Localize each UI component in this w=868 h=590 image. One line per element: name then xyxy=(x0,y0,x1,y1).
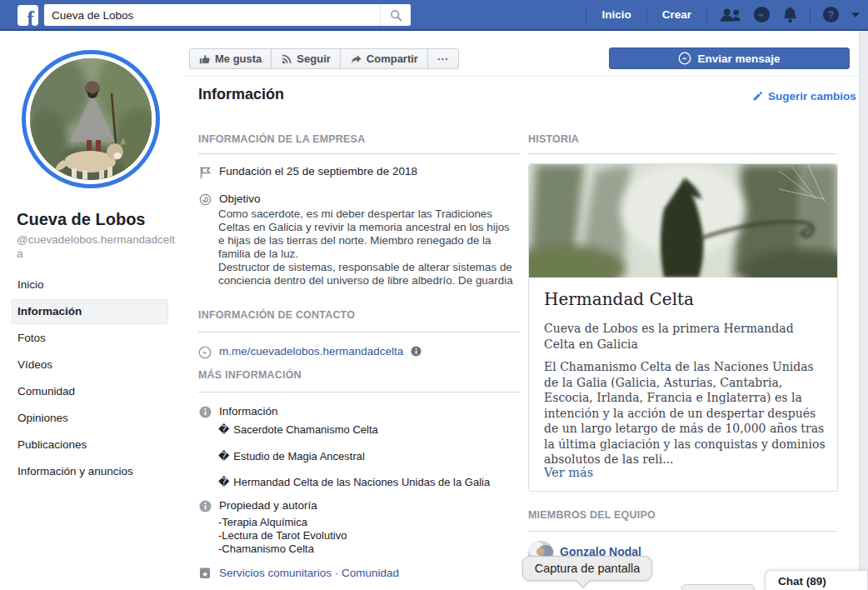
thumbs-up-icon xyxy=(199,53,211,65)
story-body: El Chamanismo Celta de las Naciones Unid… xyxy=(544,359,827,468)
profile-photo-image xyxy=(27,56,154,182)
about-item: �Sacerdote Chamanismo Celta xyxy=(218,423,378,436)
ellipsis-icon: ... xyxy=(437,50,449,62)
like-button[interactable]: Me gusta xyxy=(189,48,272,69)
partial-bottom-button[interactable] xyxy=(681,584,755,590)
svg-text:?: ? xyxy=(828,9,835,21)
founded-text: Fundación el 25 de septiembre de 2018 xyxy=(219,165,417,178)
search-button[interactable] xyxy=(380,4,411,26)
topnav-divider xyxy=(810,6,811,24)
page-handle: @cuevadelobos.hermandadcelta xyxy=(17,232,177,261)
sidebar-item-informacion-anuncios[interactable]: Información y anuncios xyxy=(0,458,183,485)
replacement-diamond-glyph: � xyxy=(218,476,229,488)
sidebar-item-publicaciones[interactable]: Publicaciones xyxy=(0,432,183,458)
story-cover-image[interactable] xyxy=(529,164,837,278)
messenger-outline-icon xyxy=(678,52,691,65)
info-icon[interactable] xyxy=(411,346,422,357)
section-page-title: Información xyxy=(198,86,284,103)
top-navigation-bar: f Inicio Crear xyxy=(0,0,868,31)
send-message-button[interactable]: Enviar mensaje xyxy=(609,48,850,69)
sidebar-item-inicio[interactable]: Inicio xyxy=(0,272,183,298)
flag-icon xyxy=(198,165,212,179)
history-story-card: Hermandad Celta Cueva de Lobos es la pri… xyxy=(528,163,838,492)
more-actions-button[interactable]: ... xyxy=(427,48,459,69)
help-icon[interactable]: ? xyxy=(822,6,840,23)
svg-text:★: ★ xyxy=(202,570,208,578)
section-divider xyxy=(198,392,521,392)
notifications-bell-icon[interactable] xyxy=(782,6,798,23)
topnav-create-link[interactable]: Crear xyxy=(659,8,695,21)
sidebar-item-informacion[interactable]: Información xyxy=(0,298,183,325)
mission-target-icon xyxy=(198,192,212,206)
company-info-section-header: INFORMACIÓN DE LA EMPRESA xyxy=(198,133,365,145)
info-circle-icon xyxy=(198,405,212,418)
about-row: Información xyxy=(198,405,278,418)
topnav-divider xyxy=(706,6,707,24)
chat-label: Chat (89) xyxy=(778,575,826,588)
about-item: �Estudio de Magia Ancestral xyxy=(218,450,365,462)
search-input[interactable] xyxy=(44,4,380,26)
page-sidebar-nav: Inicio Información Fotos Vídeos Comunida… xyxy=(0,272,183,485)
about-label: Información xyxy=(219,405,278,418)
see-more-link[interactable]: Ver más xyxy=(544,466,593,479)
tooltip-text: Captura de pantalla xyxy=(535,562,641,575)
page-scroll-gutter[interactable] xyxy=(859,31,868,590)
mission-row: Objetivo xyxy=(198,192,261,206)
account-menu-caret-icon[interactable] xyxy=(851,12,860,18)
section-divider xyxy=(198,332,521,332)
topnav-divider xyxy=(586,6,586,24)
pencil-icon xyxy=(752,91,763,102)
suggest-edits-link[interactable]: Sugerir cambios xyxy=(752,90,856,102)
share-button[interactable]: Compartir xyxy=(340,48,428,69)
chat-bar[interactable]: Chat (89) xyxy=(765,570,868,590)
messenger-contact-row: m.me/cuevadelobos.hermandadcelta xyxy=(198,345,422,359)
section-divider xyxy=(198,153,521,154)
mission-label: Objetivo xyxy=(219,192,261,205)
info-circle-icon xyxy=(198,499,212,512)
team-section-header: MIEMBROS DEL EQUIPO xyxy=(528,509,656,521)
topnav-home-link[interactable]: Inicio xyxy=(598,8,634,21)
replacement-diamond-glyph: � xyxy=(218,450,229,462)
facebook-logo[interactable]: f xyxy=(17,5,38,26)
replacement-diamond-glyph: � xyxy=(218,423,229,436)
founded-row: Fundación el 25 de septiembre de 2018 xyxy=(198,165,417,179)
ownership-row: Propiedad y autoría xyxy=(198,499,317,512)
story-intro: Cueva de Lobos es la primera Hermandad C… xyxy=(544,321,827,352)
sidebar-item-opiniones[interactable]: Opiniones xyxy=(0,405,183,432)
about-item: �Hermandad Celta de las Naciones Unidas … xyxy=(218,476,490,488)
follow-rss-icon xyxy=(281,53,292,65)
ownership-lines: -Terapia Alquímica -Lectura de Tarot Evo… xyxy=(218,516,347,556)
facebook-logo-letter: f xyxy=(27,7,34,26)
sidebar-item-videos[interactable]: Vídeos xyxy=(0,352,183,378)
story-title: Hermandad Celta xyxy=(544,289,694,309)
section-divider xyxy=(528,531,837,532)
categories-link[interactable]: Servicios comunitarios · Comunidad xyxy=(219,567,399,579)
page-actions-bar: Me gusta Seguir Compartir ... Enviar men… xyxy=(183,31,859,77)
more-info-section-header: MÁS INFORMACIÓN xyxy=(198,369,302,381)
topnav-divider xyxy=(646,6,647,24)
ownership-label: Propiedad y autoría xyxy=(219,499,317,512)
friend-requests-icon[interactable] xyxy=(719,8,741,22)
screenshot-tooltip: Captura de pantalla xyxy=(522,556,652,581)
messenger-icon[interactable] xyxy=(753,6,771,23)
search-box xyxy=(44,4,411,26)
messenger-outline-gray-icon xyxy=(198,345,212,359)
categories-row: ★ Servicios comunitarios · Comunidad xyxy=(198,567,399,580)
page-profile-photo[interactable] xyxy=(22,50,160,188)
section-divider xyxy=(528,153,837,154)
follow-button[interactable]: Seguir xyxy=(271,48,340,69)
sidebar-item-fotos[interactable]: Fotos xyxy=(0,325,183,352)
messenger-link[interactable]: m.me/cuevadelobos.hermandadcelta xyxy=(219,345,403,358)
history-section-header: HISTORIA xyxy=(528,133,579,145)
sidebar-item-comunidad[interactable]: Comunidad xyxy=(0,378,183,405)
contact-info-section-header: INFORMACIÓN DE CONTACTO xyxy=(198,309,355,321)
page-title: Cueva de Lobos xyxy=(17,210,145,229)
share-arrow-icon xyxy=(350,53,362,65)
category-tag-icon: ★ xyxy=(198,567,212,580)
mission-text: Como sacerdote, es mi deber despertar la… xyxy=(218,208,516,288)
search-icon xyxy=(390,9,402,22)
